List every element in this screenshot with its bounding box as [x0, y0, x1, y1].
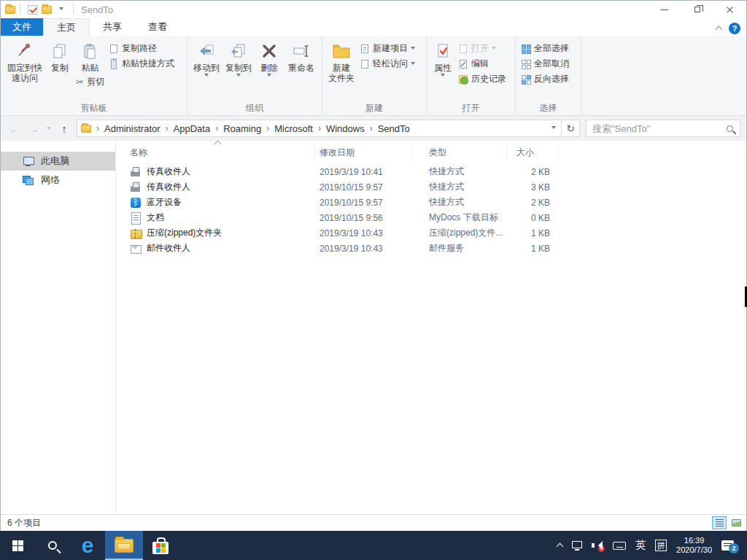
clock[interactable]: 16:39 2020/7/30 [676, 536, 712, 555]
taskbar-search-button[interactable] [35, 531, 70, 560]
file-name: 蓝牙设备 [147, 196, 182, 209]
edge-icon: e [82, 534, 94, 556]
file-size: 1 KB [508, 228, 559, 238]
collapse-ribbon-icon[interactable] [716, 26, 723, 34]
sidebar-item[interactable]: 网络 [1, 171, 115, 190]
paste-shortcut-button[interactable]: 粘贴快捷方式 [107, 56, 177, 71]
search-input[interactable] [592, 123, 727, 134]
properties-button[interactable]: 属性 [430, 38, 456, 80]
clock-time: 16:39 [676, 536, 712, 545]
copy-path-button[interactable]: 复制路径 [107, 41, 177, 56]
new-folder-button[interactable]: 新建 文件夹 [325, 38, 357, 85]
start-button[interactable] [0, 531, 35, 560]
refresh-button[interactable]: ↻ [561, 120, 580, 137]
file-row[interactable]: 文档 2019/10/15 9:56 MyDocs 下载目标 0 KB [116, 210, 746, 225]
breadcrumb-item[interactable]: › Roaming [210, 123, 261, 134]
restore-button[interactable] [681, 1, 713, 18]
copy-to-button[interactable]: 复制到 [222, 38, 255, 80]
column-header[interactable]: 修改日期 [314, 145, 413, 160]
ime-mode-indicator[interactable]: 拼 [655, 540, 667, 551]
taskbar-explorer-button[interactable] [105, 531, 143, 560]
back-button[interactable]: ← [5, 119, 24, 138]
history-button[interactable]: 历史记录 [456, 71, 508, 87]
breadcrumb-separator-icon: › [91, 123, 104, 133]
recent-locations-dropdown[interactable] [43, 119, 55, 138]
paste-button[interactable]: 粘贴 [74, 38, 106, 74]
up-button[interactable]: ↑ [55, 119, 74, 138]
move-to-label: 移动到 [193, 63, 220, 73]
touch-keyboard-icon[interactable] [613, 542, 626, 550]
view-switcher [712, 516, 743, 529]
forward-button[interactable]: → [24, 119, 43, 138]
action-center-icon[interactable]: 2 [721, 540, 734, 551]
tab-file[interactable]: 文件 [1, 18, 43, 36]
select-none-icon [521, 59, 531, 69]
copy-icon [51, 39, 69, 63]
copy-button[interactable]: 复制 [46, 38, 74, 74]
help-icon[interactable]: ? [729, 23, 740, 34]
chevron-down-icon [441, 74, 445, 79]
file-row[interactable]: 传真收件人 2019/3/19 10:41 快捷方式 2 KB [116, 164, 746, 179]
address-dropdown[interactable] [546, 126, 561, 131]
thumbnails-view-button[interactable] [729, 516, 743, 529]
qat-customize-dropdown[interactable] [54, 2, 69, 17]
delete-button[interactable]: 删除 [255, 38, 284, 80]
breadcrumb-separator-icon: › [210, 123, 223, 133]
column-header[interactable]: 类型 [413, 145, 508, 160]
file-row[interactable]: 压缩(zipped)文件夹 2019/3/19 10:43 压缩(zipped)… [116, 225, 746, 241]
breadcrumb-item[interactable]: › Administrator [91, 123, 160, 134]
breadcrumb-item[interactable]: › AppData [160, 123, 211, 134]
rename-icon [293, 39, 310, 63]
pin-icon [16, 39, 34, 63]
file-name: 传真收件人 [147, 166, 190, 178]
file-row[interactable]: 蓝牙设备 2019/10/15 9:57 快捷方式 2 KB [116, 195, 746, 210]
tab-share[interactable]: 共享 [90, 18, 135, 36]
show-hidden-icons-button[interactable] [557, 543, 564, 551]
move-to-button[interactable]: 移动到 [190, 38, 222, 80]
address-box[interactable]: › Administrator › AppData › Roaming › Mi… [77, 120, 561, 137]
new-folder-label-2: 文件夹 [328, 73, 355, 83]
language-indicator[interactable]: 英 [635, 539, 646, 552]
qat-properties-button[interactable] [25, 2, 39, 17]
window-controls [648, 1, 746, 18]
windows-logo-icon [12, 540, 23, 551]
minimize-button[interactable] [648, 1, 681, 18]
breadcrumb-item[interactable]: › Windows [313, 123, 365, 134]
edit-button[interactable]: 编辑 [456, 56, 508, 71]
rename-button[interactable]: 重命名 [284, 38, 319, 74]
pin-to-quick-access-button[interactable]: 固定到快速访问 [4, 38, 46, 85]
select-all-button[interactable]: 全部选择 [519, 41, 571, 56]
explorer-app-icon [5, 6, 15, 14]
file-date-modified: 2019/10/15 9:56 [314, 213, 413, 223]
column-header[interactable]: 大小 [508, 145, 559, 160]
details-view-button[interactable] [712, 516, 727, 529]
file-row[interactable]: 传真收件人 2019/10/15 9:57 快捷方式 3 KB [116, 179, 746, 195]
cut-button[interactable]: ✂ 剪切 [74, 74, 107, 90]
close-button[interactable] [713, 1, 746, 18]
new-item-button[interactable]: 新建项目 [357, 41, 417, 56]
file-row[interactable]: 邮件收件人 2019/3/19 10:43 邮件服务 1 KB [116, 241, 746, 256]
window-title: SendTo [81, 4, 113, 15]
easy-access-label: 轻松访问 [373, 58, 408, 70]
open-button[interactable]: 打开 [456, 41, 508, 56]
breadcrumb-item[interactable]: › SendTo [365, 123, 410, 134]
open-label: 打开 [471, 42, 489, 55]
invert-selection-button[interactable]: 反向选择 [519, 71, 571, 87]
select-none-button[interactable]: 全部取消 [519, 56, 571, 71]
taskbar-store-button[interactable] [143, 531, 178, 560]
ribbon: 固定到快速访问 复制 粘贴 ✂ [1, 36, 746, 116]
column-header[interactable]: 名称 [116, 145, 314, 160]
volume-muted-icon[interactable]: × [592, 540, 603, 551]
taskbar-edge-button[interactable]: e [70, 531, 105, 560]
copy-label: 复制 [51, 63, 69, 73]
network-icon[interactable] [572, 541, 582, 548]
sidebar-item[interactable]: 此电脑 [1, 152, 115, 171]
easy-access-button[interactable]: 轻松访问 [357, 56, 417, 71]
tab-home[interactable]: 主页 [43, 18, 90, 36]
search-icon[interactable] [727, 125, 733, 132]
chevron-down-icon [551, 126, 556, 131]
tab-view[interactable]: 查看 [135, 18, 180, 36]
breadcrumb-item[interactable]: › Microsoft [261, 123, 313, 134]
open-group-label: 打开 [427, 102, 515, 114]
qat-new-folder-button[interactable] [39, 2, 54, 17]
